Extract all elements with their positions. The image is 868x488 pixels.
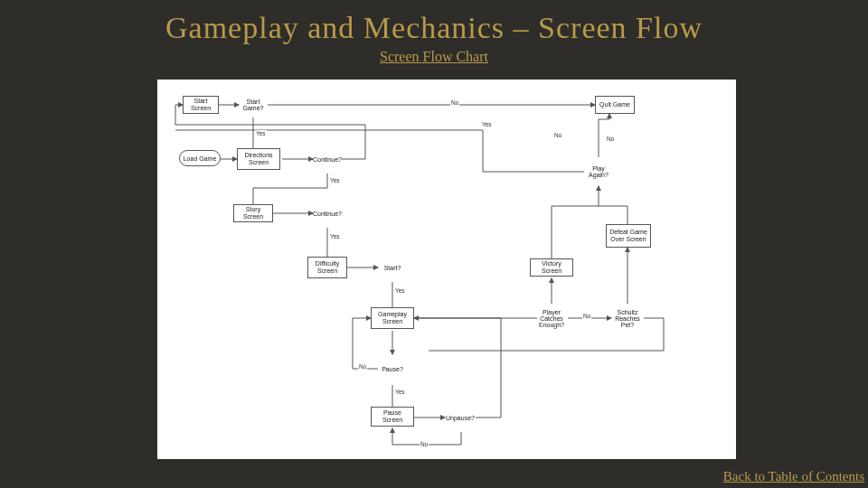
- lbl-yes3: Yes: [329, 233, 341, 239]
- node-difficulty: Difficulty Screen: [307, 257, 347, 278]
- node-quit-game: Quit Game: [595, 96, 635, 114]
- node-play-again: Play Again?: [584, 159, 613, 184]
- label: Start?: [384, 265, 401, 271]
- node-start: Start?: [378, 255, 407, 280]
- lbl-no2: No: [358, 363, 367, 370]
- node-gameplay: Gameplay Screen: [371, 307, 414, 329]
- node-start-game: Start Game?: [239, 92, 268, 117]
- lbl-no6: No: [553, 132, 562, 138]
- label: Continue?: [313, 211, 342, 217]
- page-subtitle: Screen Flow Chart: [0, 49, 868, 65]
- label: Player Catches Enough?: [535, 309, 568, 328]
- node-pause-screen: Pause Screen: [371, 407, 414, 427]
- lbl-yes6: Yes: [481, 121, 493, 127]
- lbl-no3: No: [420, 441, 429, 447]
- node-directions: Directions Screen: [237, 148, 280, 170]
- node-continue1: Continue?: [313, 146, 342, 172]
- node-victory: Victory Screen: [530, 258, 573, 277]
- label: Unpause?: [446, 415, 475, 421]
- lbl-yes5: Yes: [394, 389, 406, 395]
- back-to-toc-link[interactable]: Back to Table of Contents: [723, 469, 864, 484]
- node-schultz: Schultz Reaches Pet?: [611, 304, 644, 333]
- node-defeat: Defeat Game Over Screen: [606, 224, 651, 248]
- label: Start Game?: [239, 99, 268, 111]
- lbl-no4: No: [582, 313, 591, 319]
- node-story: Story Screen: [233, 204, 273, 222]
- node-pause: Pause?: [378, 356, 407, 381]
- label: Play Again?: [584, 165, 613, 178]
- lbl-no5: No: [606, 136, 615, 142]
- label: Continue?: [313, 156, 342, 163]
- label: Schultz Reaches Pet?: [611, 309, 644, 328]
- label: Pause?: [382, 366, 403, 372]
- lbl-yes2: Yes: [329, 177, 341, 183]
- node-start-screen: Start Screen: [183, 96, 219, 114]
- node-unpause: Unpause?: [445, 405, 476, 430]
- node-continue2: Continue?: [313, 201, 342, 226]
- flowchart-canvas: Start Screen Start Game? Quit Game Load …: [157, 80, 736, 459]
- node-load-game: Load Game: [179, 150, 221, 166]
- lbl-no1: No: [450, 99, 459, 106]
- page-title: Gameplay and Mechanics – Screen Flow: [0, 0, 868, 45]
- lbl-yes4: Yes: [394, 287, 406, 294]
- node-player-catches: Player Catches Enough?: [535, 304, 568, 333]
- lbl-yes1: Yes: [255, 130, 267, 136]
